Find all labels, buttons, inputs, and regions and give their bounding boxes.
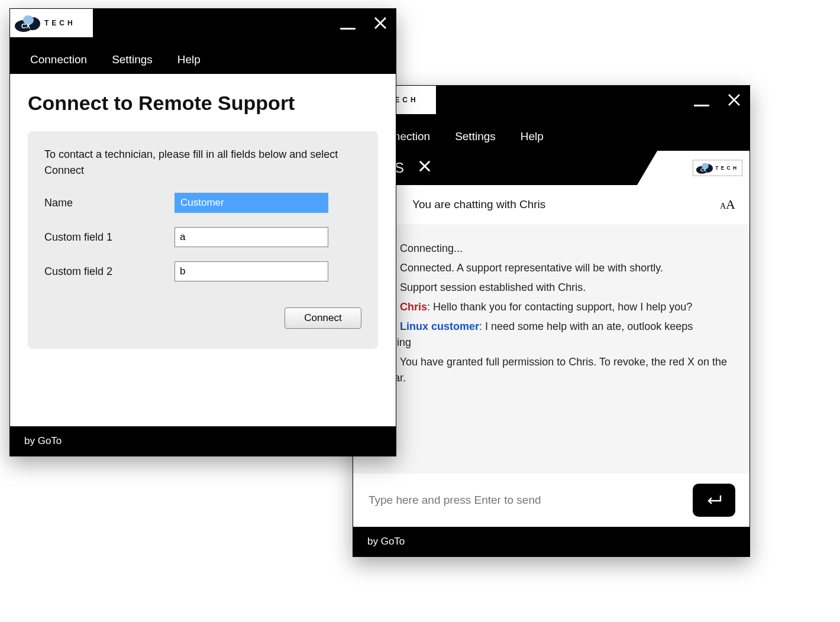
chat-line: 2 AM Connected. A support representative… (371, 260, 732, 276)
minimize-icon[interactable] (340, 28, 356, 30)
chat-line: 3 AM Linux customer: I need some help wi… (371, 319, 732, 351)
logo-text: TECH (715, 165, 739, 170)
menu-help[interactable]: Help (177, 53, 201, 66)
chat-line: 2 AM Chris: Hello thank you for contacti… (371, 299, 732, 315)
menu-help[interactable]: Help (521, 130, 544, 143)
name-input[interactable] (175, 193, 328, 213)
font-size-icon[interactable]: AA (720, 197, 735, 212)
connect-button[interactable]: Connect (285, 307, 361, 329)
logo-text: TECH (44, 19, 76, 27)
chat-line: 2 AM Connecting... (371, 241, 732, 257)
minimize-icon[interactable] (694, 105, 709, 106)
compose-bar (353, 474, 749, 527)
custom2-input[interactable] (175, 261, 328, 281)
custom2-label: Custom field 2 (44, 265, 175, 278)
form-panel: To contact a technician, please fill in … (28, 131, 378, 349)
chat-window: CX TECH Connection Settings Help S CX TE… (353, 85, 750, 557)
instruction-text: To contact a technician, please fill in … (44, 147, 361, 179)
chat-line: 3 AM You have granted full permission to… (371, 354, 732, 386)
message-text: : Hello thank you for contacting support… (427, 301, 692, 313)
svg-text:CX: CX (700, 167, 706, 173)
menu-connection[interactable]: Connection (30, 53, 87, 66)
menu-settings[interactable]: Settings (112, 53, 153, 66)
footer: by GoTo (353, 527, 749, 556)
chat-line: 2 AM Support session established with Ch… (371, 280, 732, 296)
enter-icon (705, 493, 723, 507)
title-bar: CX TECH Connection Settings Help (10, 9, 396, 74)
connect-content: Connect to Remote Support To contact a t… (10, 74, 396, 349)
svg-text:CX: CX (21, 22, 31, 30)
custom1-label: Custom field 1 (44, 231, 175, 244)
name-label: Name (44, 197, 175, 209)
page-title: Connect to Remote Support (28, 92, 378, 115)
footer-text: by GoTo (367, 536, 405, 548)
chat-transcript: 2 AM Connecting...2 AM Connected. A supp… (353, 225, 749, 474)
app-logo: CX TECH (10, 9, 93, 37)
session-close-icon[interactable] (418, 160, 431, 176)
agent-name: Chris (400, 301, 427, 313)
message-input[interactable] (367, 493, 682, 507)
chat-header-text: You are chatting with Chris (412, 198, 545, 210)
message-text: Support session established with Chris. (400, 281, 586, 293)
custom1-input[interactable] (175, 227, 328, 247)
message-text: Connecting... (400, 242, 463, 254)
footer: by GoTo (10, 426, 396, 456)
menu-settings[interactable]: Settings (455, 130, 496, 143)
title-bar: CX TECH Connection Settings Help (353, 86, 749, 151)
chat-header: You are chatting with Chris (353, 185, 749, 225)
cloud-icon: CX (696, 162, 713, 174)
brand-logo-small: CX TECH (693, 160, 742, 176)
connect-window: CX TECH Connection Settings Help Connect… (9, 8, 396, 456)
cloud-icon: CX (15, 14, 41, 32)
close-icon[interactable] (373, 16, 387, 33)
close-icon[interactable] (727, 93, 741, 109)
message-text: You have granted full permission to Chri… (371, 356, 727, 384)
customer-name: Linux customer (400, 320, 479, 332)
footer-text: by GoTo (24, 435, 62, 447)
send-button[interactable] (693, 484, 735, 517)
message-text: Connected. A support representative will… (400, 262, 663, 274)
menu-bar: Connection Settings Help (10, 46, 201, 74)
